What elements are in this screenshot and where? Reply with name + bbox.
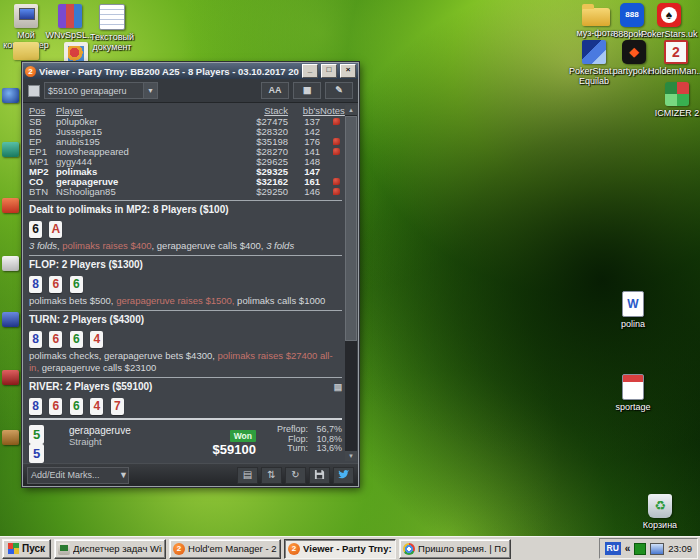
task-label: Пришло время. | Покер ...	[418, 543, 507, 554]
font-size-button[interactable]: AA	[261, 82, 289, 99]
player-bbs: 146	[288, 187, 320, 197]
desktop-icon-icmizer[interactable]: ICMIZER 2	[649, 82, 700, 118]
player-row[interactable]: BTN NShooligan85 $29250 146	[29, 187, 342, 197]
note-cell	[320, 147, 342, 157]
holdem-manager-icon: 2	[664, 40, 688, 64]
card-icon: 8	[29, 398, 42, 415]
card-icon: 8	[29, 276, 42, 293]
card-icon: 6	[49, 331, 62, 348]
hand-history-content: Pos Player Stack bb's Notes SB p0lup0ker…	[23, 103, 358, 463]
winner-equities: Preflop:56,7% Flop:10,8% Turn:13,6%	[256, 425, 342, 454]
archive-icon	[58, 4, 82, 28]
replayer-grid-button[interactable]: ▦	[293, 82, 321, 99]
col-player[interactable]: Player	[56, 106, 228, 116]
hole-cards: 6 A	[29, 219, 342, 238]
vertical-scrollbar[interactable]: ▲ ▼	[345, 105, 357, 461]
hand-selector-dropdown[interactable]: $59100 gerapageru ▼	[44, 82, 158, 99]
chevron-down-icon: ▼	[143, 83, 157, 98]
desktop-icon-polina[interactable]: W polina	[605, 291, 661, 329]
street-title: Dealt to polimaks in MP2: 8 Players ($10…	[29, 204, 342, 216]
street-title: FLOP: 2 Players ($1300)	[29, 259, 342, 271]
sort-arrows-icon[interactable]: ⇅	[261, 467, 282, 484]
desktop-icon-envelope[interactable]	[0, 42, 54, 60]
street-river: RIVER: 2 Players ($59100) ▤ 8 6 6 4 7	[29, 381, 342, 415]
card-icon: 6	[29, 221, 42, 238]
result-hand-name: Straight	[69, 436, 194, 447]
maximize-button[interactable]: □	[321, 64, 337, 78]
windows-flag-icon	[8, 543, 19, 554]
card-icon: 6	[49, 276, 62, 293]
action-text-villain: gerapageruve raises $1500,	[116, 295, 234, 306]
col-notes[interactable]: Notes	[320, 106, 342, 116]
task-label: Hold'em Manager - 2.0.0...	[188, 543, 277, 554]
note-cell	[320, 187, 342, 197]
desktop-icon-partial[interactable]	[2, 142, 19, 157]
scrollbar-thumb[interactable]	[345, 116, 357, 341]
save-icon[interactable]	[309, 467, 330, 484]
close-button[interactable]: ×	[340, 64, 356, 78]
action-text: 3 folds	[266, 240, 294, 251]
equilab-icon	[582, 40, 606, 64]
result-row-winner[interactable]: 5 5 gerapageruve Straight Won $59100 Pre…	[29, 423, 342, 463]
pokerstars-icon	[657, 3, 681, 27]
hand-notes-icon[interactable]: ▤	[333, 381, 342, 393]
won-amount: $59100	[194, 443, 256, 457]
desktop-icon-sportage[interactable]: sportage	[605, 374, 661, 412]
desktop-icon-holdem-manager[interactable]: 2 HoldemMan...	[648, 40, 700, 76]
taskbar-item-browser[interactable]: Пришло время. | Покер ...	[399, 539, 511, 559]
equity-label: Turn:	[256, 444, 308, 454]
start-button[interactable]: Пуск	[2, 539, 51, 559]
window-titlebar[interactable]: 2 Viewer - Party Trny: BB200 A25 - 8 Pla…	[23, 63, 358, 79]
partypoker-icon: ◆	[622, 40, 646, 64]
desktop-icon-partial[interactable]	[2, 312, 19, 327]
divider	[29, 310, 342, 311]
taskbar-item-holdem-manager[interactable]: 2 Hold'em Manager - 2.0.0...	[169, 539, 281, 559]
minimize-button[interactable]: _	[302, 64, 318, 78]
note-cell	[320, 177, 342, 187]
col-pos[interactable]: Pos	[29, 106, 56, 116]
desktop-icon-partial[interactable]	[2, 88, 19, 103]
hand-checkbox[interactable]	[28, 85, 40, 97]
tray-display-icon[interactable]	[650, 543, 664, 555]
collapse-tray-chevron[interactable]: «	[625, 543, 631, 554]
taskbar-item-task-manager[interactable]: Диспетчер задач Wind...	[54, 539, 166, 559]
note-marker-icon[interactable]	[333, 118, 340, 125]
hand-selector-value: $59100 gerapageru	[45, 86, 143, 96]
flop-cards: 8 6 6	[29, 274, 342, 293]
taskbar-item-viewer-active[interactable]: 2 Viewer - Party Trny: B...	[284, 539, 396, 559]
desktop-icon-partial[interactable]	[2, 370, 19, 385]
equity-value: 13,6%	[308, 444, 342, 454]
desktop-icon-partial[interactable]	[2, 198, 19, 213]
taskbar-clock[interactable]: 23:09	[668, 543, 692, 554]
hm2-icon: 2	[288, 543, 300, 555]
desktop-icon-partial[interactable]	[2, 430, 19, 445]
street-title-row: RIVER: 2 Players ($59100) ▤	[29, 381, 342, 393]
marks-dropdown[interactable]: Add/Edit Marks... ▼	[27, 467, 129, 484]
note-cell	[320, 117, 342, 127]
desktop-icon-pokerstars[interactable]: PokerStars.uk	[641, 3, 697, 39]
note-marker-icon[interactable]	[333, 178, 340, 185]
note-marker-icon[interactable]	[333, 138, 340, 145]
language-indicator[interactable]: RU	[605, 542, 621, 555]
system-tray: RU « 23:09	[599, 538, 698, 559]
col-bbs[interactable]: bb's	[288, 106, 320, 116]
divider	[29, 255, 342, 256]
tray-app-icon[interactable]	[634, 543, 646, 555]
won-badge: Won	[230, 430, 256, 442]
twitter-icon[interactable]	[333, 467, 354, 484]
edit-note-button[interactable]: ✎	[325, 82, 353, 99]
note-marker-icon[interactable]	[333, 148, 340, 155]
desktop-icon-partial[interactable]	[2, 256, 19, 271]
winner-info: gerapageruve Straight	[69, 425, 194, 447]
my-computer-icon	[14, 4, 38, 28]
card-icon: 6	[70, 276, 83, 293]
col-stack[interactable]: Stack	[228, 106, 288, 116]
note-marker-icon[interactable]	[333, 188, 340, 195]
divider	[29, 377, 342, 378]
start-label: Пуск	[22, 543, 45, 554]
scroll-down-arrow[interactable]: ▼	[345, 451, 357, 461]
scroll-up-arrow[interactable]: ▲	[345, 105, 357, 115]
desktop-icon-recycle-bin[interactable]: ♻ Корзина	[632, 494, 688, 530]
notes-icon[interactable]: ▤	[237, 467, 258, 484]
replay-icon[interactable]: ↻	[285, 467, 306, 484]
